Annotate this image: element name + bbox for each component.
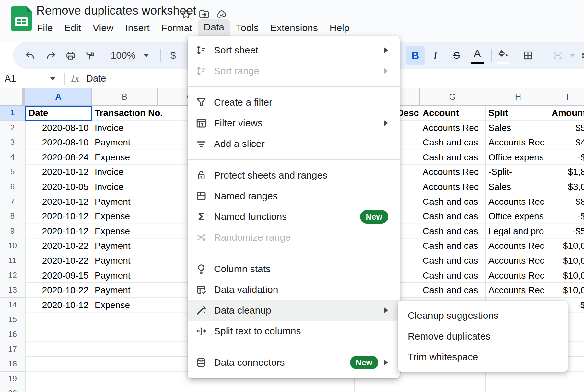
cell[interactable]: 2020-10-12 (25, 194, 92, 209)
cell-h1[interactable]: Split (485, 106, 551, 121)
cell[interactable]: $10,0 (552, 283, 584, 298)
menu-view[interactable]: View (87, 20, 119, 36)
select-all-corner[interactable] (0, 88, 25, 106)
row-header[interactable]: 12 (0, 268, 25, 283)
row-header[interactable]: 10 (0, 238, 25, 253)
cell-g1[interactable]: Account (420, 106, 485, 121)
submenu-item-cleanup-suggestions[interactable]: Cleanup suggestions (398, 305, 568, 326)
row-header[interactable]: 11 (0, 253, 25, 268)
cell[interactable]: 2020-10-12 (25, 298, 92, 313)
fill-color-button[interactable] (494, 42, 513, 69)
menu-item-data-validation[interactable]: Data validation (188, 279, 400, 300)
row-header[interactable]: 6 (0, 179, 25, 194)
name-box[interactable]: A1 (5, 69, 16, 88)
cell[interactable]: Cash and cas (420, 253, 485, 268)
zoom-caret-icon[interactable] (141, 42, 151, 69)
cell[interactable]: Cash and cas (420, 283, 485, 298)
menu-item-filter-views[interactable]: Filter views (188, 113, 400, 133)
cell[interactable]: 2020-10-05 (25, 179, 92, 194)
cell[interactable]: Cash and cas (420, 209, 485, 224)
cell[interactable]: Accounts Rec (420, 121, 485, 135)
row-header[interactable]: 3 (0, 135, 25, 150)
cell[interactable]: 2020-08-10 (25, 121, 92, 135)
row-header[interactable]: 15 (0, 312, 25, 327)
row-header[interactable]: 16 (0, 327, 25, 342)
paint-format-button[interactable] (80, 42, 100, 69)
menu-item-named-ranges[interactable]: Named ranges (188, 186, 400, 206)
cell[interactable]: 2020-08-24 (25, 150, 92, 165)
menu-item-protect-sheets-and-ranges[interactable]: Protect sheets and ranges (188, 165, 400, 186)
name-box-caret-icon[interactable] (50, 77, 55, 80)
cell[interactable]: $5 (552, 121, 584, 135)
cell[interactable]: Cash and cas (420, 238, 485, 253)
move-to-folder-icon[interactable] (198, 8, 210, 20)
menu-help[interactable]: Help (324, 20, 356, 36)
cell[interactable]: -Split- (485, 165, 551, 179)
col-header-g[interactable]: G (420, 88, 485, 106)
row-header[interactable]: 5 (0, 165, 25, 179)
row-header[interactable]: 17 (0, 342, 25, 357)
cell[interactable]: Cash and cas (420, 135, 485, 150)
cell[interactable]: Accounts Rec (485, 135, 551, 150)
cell[interactable]: Sales (485, 179, 551, 194)
cell[interactable]: 2020-10-12 (25, 209, 92, 224)
row-header[interactable]: 2 (0, 121, 25, 135)
menu-item-split-text-to-columns[interactable]: Split text to columns (188, 321, 400, 341)
undo-button[interactable] (20, 42, 40, 69)
menu-extensions[interactable]: Extensions (264, 20, 324, 36)
cell[interactable]: 2020-10-12 (25, 224, 92, 239)
text-color-button[interactable]: A (468, 42, 487, 69)
cell[interactable]: Accounts Rec (485, 194, 551, 209)
cell[interactable]: Accounts Rec (485, 253, 551, 268)
col-header-a[interactable]: A (25, 88, 92, 106)
menu-item-named-functions[interactable]: Σ Named functions New (188, 206, 400, 227)
cell[interactable]: Accounts Rec (420, 165, 485, 179)
row-header[interactable]: 1 (0, 106, 25, 121)
menu-item-add-a-slicer[interactable]: Add a slicer (188, 133, 400, 154)
zoom-select[interactable]: 100% (107, 42, 139, 69)
cell[interactable]: $3,0 (552, 179, 584, 194)
cell[interactable]: Office expens (485, 209, 551, 224)
menu-item-data-connectors[interactable]: Data connectors New (188, 352, 400, 373)
col-header-i[interactable]: I (551, 88, 584, 106)
cell[interactable]: Cash and cas (420, 224, 485, 239)
row-header[interactable]: 8 (0, 209, 25, 224)
menu-item-sort-range[interactable]: Sort range (188, 61, 400, 81)
submenu-item-trim-whitespace[interactable]: Trim whitespace (398, 347, 568, 367)
row-header[interactable]: 7 (0, 194, 25, 209)
horizontal-align-button[interactable] (581, 42, 584, 69)
col-header-h[interactable]: H (485, 88, 551, 106)
row-header[interactable]: 14 (0, 298, 25, 313)
formula-input[interactable]: Date (86, 69, 106, 88)
menu-tools[interactable]: Tools (230, 20, 264, 36)
cell[interactable]: $8 (552, 194, 584, 209)
cell[interactable]: 2020-10-22 (25, 253, 92, 268)
menu-edit[interactable]: Edit (58, 20, 87, 36)
cell[interactable]: Cash and cas (420, 150, 485, 165)
cell[interactable]: -$5 (552, 224, 584, 239)
menu-insert[interactable]: Insert (120, 20, 156, 36)
merge-cells-button[interactable] (548, 42, 567, 69)
redo-button[interactable] (41, 42, 61, 69)
strikethrough-button[interactable]: S (447, 42, 466, 69)
format-currency-button[interactable]: $ (164, 42, 182, 69)
merge-caret-icon[interactable] (568, 42, 577, 69)
cloud-saved-icon[interactable] (216, 8, 228, 20)
row-header[interactable]: 13 (0, 283, 25, 298)
cell[interactable]: Accounts Rec (485, 268, 551, 283)
cell[interactable]: $10,0 (552, 253, 584, 268)
cell[interactable]: 2020-10-12 (25, 165, 92, 179)
menu-item-column-stats[interactable]: Column stats (188, 259, 400, 279)
cell[interactable]: $1,8 (552, 165, 584, 179)
row-header[interactable]: 19 (0, 372, 25, 386)
cell[interactable]: $4 (552, 135, 584, 150)
cell[interactable]: Accounts Rec (485, 238, 551, 253)
cell[interactable]: -$ (552, 209, 584, 224)
menu-data[interactable]: Data (198, 19, 230, 36)
italic-button[interactable]: I (426, 42, 445, 69)
cell[interactable]: $10,0 (552, 268, 584, 283)
cell[interactable]: Accounts Rec (485, 283, 551, 298)
document-title[interactable]: Remove duplicates worksheet (36, 4, 196, 17)
row-header[interactable]: 20 (0, 386, 25, 392)
cell[interactable]: Cash and cas (420, 268, 485, 283)
